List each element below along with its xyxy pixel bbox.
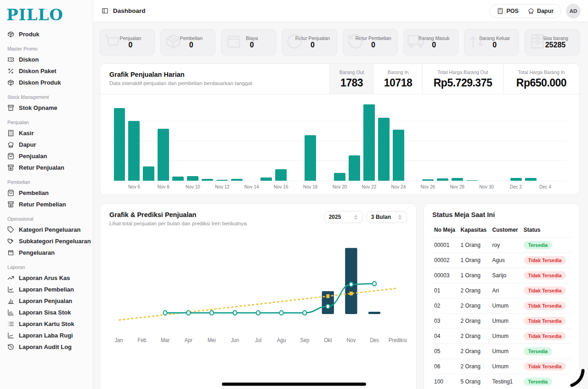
cell-customer: Testing1	[491, 374, 522, 389]
cell-customer: Umum	[491, 314, 522, 329]
period-select[interactable]: 3 Bulan	[367, 211, 407, 223]
stat-card-biaya[interactable]: Biaya0	[221, 29, 276, 56]
stat-card-value: 0	[311, 41, 315, 49]
daily-stat-value: Rp650.000	[516, 77, 566, 89]
sidebar-item-laporan-pembelian[interactable]: Laporan Pembelian	[0, 284, 93, 295]
topbar-actions: POS Dapur AD	[489, 4, 581, 18]
tag-icon	[7, 226, 14, 233]
sidebar-item-stok-opname[interactable]: Stok Opname	[0, 102, 93, 114]
bar-nov-6	[127, 102, 141, 181]
status-badge: Tidak Tersedia	[524, 286, 566, 295]
rotate-cw-icon	[286, 33, 303, 52]
sidebar-item-kategori-pengeluaran[interactable]: Kategori Pengeluaran	[0, 224, 93, 235]
sidebar-item-diskon[interactable]: Diskon	[0, 54, 93, 65]
bar-nov-22	[362, 102, 376, 181]
bar-nov-30	[479, 102, 494, 181]
sidebar-item-laporan-penjualan[interactable]: Laporan Penjualan	[0, 295, 93, 307]
dapur-button[interactable]: Dapur	[524, 6, 557, 16]
chevrons-up-down-icon	[353, 215, 358, 220]
sidebar-item-penjualan[interactable]: Penjualan	[0, 150, 93, 162]
sidebar-toggle-icon[interactable]	[102, 7, 108, 14]
sidebar-item-dapur[interactable]: Dapur	[0, 139, 93, 150]
sidebar-item-laporan-kartu-stok[interactable]: Laporan Kartu Stok	[0, 318, 93, 330]
daily-stat-label: Total Harga Barang Out	[437, 69, 488, 75]
content: Penjualan0Pembelian0Biaya0Retur Penjuala…	[93, 22, 588, 389]
stat-card-sisa-barang[interactable]: Sisa barang25285	[525, 29, 580, 56]
home-indicator[interactable]	[222, 383, 366, 386]
prediction-title: Grafik & Prediksi Penjualan	[109, 211, 248, 218]
sidebar-item-label: Laporan Laba Rugi	[19, 332, 73, 339]
sidebar-item-label: Kategori Pengeluaran	[19, 226, 80, 233]
sidebar-item-produk[interactable]: Produk	[0, 29, 93, 40]
cell-status: Tersedia	[522, 344, 571, 359]
cell-kapasitas: 2 Orang	[459, 344, 491, 359]
sidebar-item-laporan-sisa-stok[interactable]: Laporan Sisa Stok	[0, 307, 93, 318]
bar-nov-20	[333, 102, 347, 181]
sidebar-item-subkategori-pengeluaran[interactable]: Subkategori Pengeluaran	[0, 235, 93, 247]
cell-kapasitas: 2 Orang	[459, 314, 491, 329]
stat-card-barang-keluar[interactable]: Barang Keluar0	[464, 29, 519, 56]
sidebar-item-pembelian[interactable]: Pembelian	[0, 187, 93, 199]
sidebar-item-laporan-audit-log[interactable]: Laporan Audit Log	[0, 341, 93, 353]
sidebar-item-retur-pembelian[interactable]: Retur Pembelian	[0, 199, 93, 210]
pos-button[interactable]: POS	[493, 6, 522, 16]
sidebar-item-label: Subkategori Pengeluaran	[19, 238, 91, 245]
mode-switcher: POS Dapur	[489, 4, 561, 18]
bar-nov-14	[244, 102, 259, 181]
table-row: 012 OrangAriTidak Tersedia	[432, 283, 571, 298]
x-tick-label: Dec 4	[539, 184, 551, 189]
sidebar-item-label: Laporan Audit Log	[19, 343, 72, 350]
daily-stat-total-harga-barang-in[interactable]: Total Harga Barang InRp650.000	[503, 64, 579, 94]
chevrons-up-down-icon	[397, 215, 402, 220]
table-row: 000011 OrangroyTersedia	[432, 238, 571, 253]
cell-no-meja: 00003	[432, 268, 459, 283]
stat-card-retur-pembelian[interactable]: Retur Pembelian0	[343, 29, 398, 56]
status-meja-table: No MejaKapasitasCustomerStatus 000011 Or…	[432, 224, 571, 389]
daily-stat-barang-in[interactable]: Barang In10718	[373, 64, 422, 94]
bar-nov-19	[318, 102, 333, 181]
daily-stat-total-harga-barang-out[interactable]: Total Harga Barang OutRp5.729.375	[422, 64, 503, 94]
avatar[interactable]: AD	[566, 4, 581, 18]
daily-bar-chart: Nov 6Nov 8Nov 10Nov 12Nov 14Nov 16Nov 18…	[100, 94, 579, 194]
stat-card-retur-penjualan[interactable]: Retur Penjualan0	[282, 29, 337, 56]
status-badge: Tidak Tersedia	[524, 256, 566, 264]
cell-customer: Umum	[491, 359, 522, 374]
bar-nov-17	[288, 102, 303, 181]
daily-stat-barang-out[interactable]: Barang Out1783	[329, 64, 373, 94]
sidebar-item-diskon-produk[interactable]: Diskon Produk	[0, 77, 93, 88]
sidebar-item-label: Diskon	[19, 56, 39, 63]
sidebar-item-pengeluaran[interactable]: Pengeluaran	[0, 247, 93, 258]
daily-chart-title: Grafik Penjualan Harian	[109, 71, 320, 78]
sidebar-item-diskon-paket[interactable]: Diskon Paket	[0, 65, 93, 77]
stat-card-label: Pembelian	[180, 35, 203, 41]
stat-card-barang-masuk[interactable]: Barang Masuk0	[403, 29, 458, 56]
bar-chart-icon	[7, 297, 14, 304]
sidebar-item-laporan-arus-kas[interactable]: Laporan Arus Kas	[0, 272, 93, 284]
sidebar-item-laporan-laba-rugi[interactable]: Laporan Laba Rugi	[0, 330, 93, 341]
stat-card-penjualan[interactable]: Penjualan0	[100, 29, 155, 56]
bar-nov-23	[376, 102, 391, 181]
nav-group-label: Penjualan	[0, 114, 93, 127]
daily-chart-subtitle: Data interaktif penjualan dan pembelian …	[109, 80, 320, 86]
stat-card-pembelian[interactable]: Pembelian0	[160, 29, 215, 56]
period-select-value: 3 Bulan	[371, 214, 391, 220]
cabinet-icon	[529, 33, 546, 52]
bar-nov-9	[171, 102, 186, 181]
pos-button-label: POS	[506, 8, 518, 14]
percent-icon	[7, 68, 14, 74]
sidebar-item-label: Diskon Paket	[19, 68, 57, 74]
bar-nov-12	[215, 102, 230, 181]
sidebar-item-label: Kasir	[19, 130, 34, 137]
sidebar-item-label: Stok Opname	[19, 104, 57, 111]
status-badge: Tersedia	[524, 347, 552, 355]
year-select[interactable]: 2025	[324, 211, 363, 223]
sidebar-item-kasir[interactable]: Kasir	[0, 127, 93, 139]
sidebar-item-retur-penjualan[interactable]: Retur Penjualan	[0, 162, 93, 173]
sidebar-item-label: Pembelian	[19, 189, 49, 196]
sidebar-item-label: Laporan Kartu Stok	[19, 320, 74, 327]
prediction-controls: 2025 3 Bulan	[324, 211, 407, 223]
cell-no-meja: 03	[432, 314, 459, 329]
x-tick-label: Nov 14	[244, 184, 259, 189]
svg-text:Apr: Apr	[185, 337, 192, 343]
cell-customer: Umum	[491, 298, 522, 314]
